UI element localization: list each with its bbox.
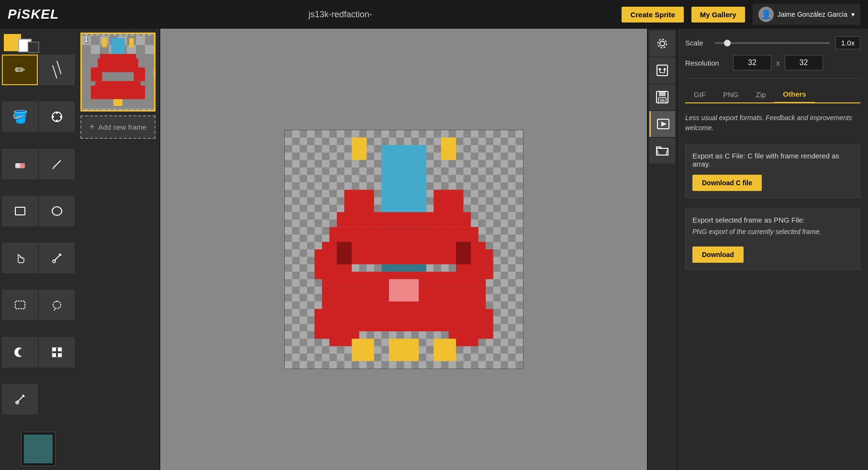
svg-rect-97 [660, 99, 665, 102]
my-gallery-button[interactable]: My Gallery [691, 7, 745, 22]
svg-rect-45 [136, 86, 145, 99]
create-sprite-button[interactable]: Create Sprite [622, 7, 683, 22]
divider-1 [685, 78, 860, 78]
rect-select-tool[interactable] [2, 290, 38, 320]
export-description: Less usual export formats. Feedback and … [685, 113, 860, 133]
folder-open-icon [655, 144, 669, 158]
svg-rect-80 [336, 242, 351, 264]
download-c-button[interactable]: Download C file [692, 175, 762, 191]
third-color-swatch[interactable] [28, 42, 39, 53]
color-bar [2, 31, 75, 55]
save-button[interactable] [649, 84, 675, 110]
pen-tool[interactable]: ✏ [2, 55, 38, 85]
tool-grid: ✏ ╱╱ 🪣 [2, 55, 75, 430]
left-toolbar: ✏ ╱╱ 🪣 [0, 29, 77, 470]
svg-line-100 [657, 150, 658, 155]
scale-slider[interactable] [715, 42, 830, 44]
export-tabs: GIF PNG Zip Others [685, 86, 860, 103]
eyedropper-icon [50, 251, 64, 265]
user-menu[interactable]: 👤 Jaime González García ▾ [753, 4, 860, 25]
dropper2-tool[interactable] [2, 384, 38, 414]
tab-gif[interactable]: GIF [685, 86, 714, 102]
svg-rect-6 [20, 163, 25, 168]
tab-zip[interactable]: Zip [747, 86, 775, 102]
svg-marker-9 [52, 168, 54, 169]
svg-rect-46 [102, 38, 106, 47]
wand-tool[interactable] [39, 101, 75, 132]
header: PiSKEL js13k-redfaction- Create Sprite M… [0, 0, 868, 29]
svg-rect-27 [24, 435, 53, 463]
svg-rect-18 [52, 347, 56, 351]
tab-others[interactable]: Others [774, 86, 814, 103]
moon-tool[interactable] [2, 337, 38, 368]
svg-rect-19 [58, 347, 62, 351]
add-frame-button[interactable]: + Add new frame [80, 115, 156, 139]
preview-button[interactable] [649, 111, 675, 137]
tab-png[interactable]: PNG [714, 86, 747, 102]
svg-rect-40 [98, 58, 138, 72]
plus-icon: + [89, 122, 95, 132]
export-icon [655, 63, 669, 78]
svg-line-8 [53, 160, 61, 168]
resolution-width-input[interactable] [733, 55, 771, 70]
svg-rect-33 [91, 45, 100, 54]
canvas-area[interactable] [160, 29, 647, 470]
svg-line-101 [666, 150, 667, 155]
download-png-button[interactable]: Download [692, 246, 744, 263]
checkerboard-tool[interactable] [39, 337, 75, 368]
export-c-section: Export as C File: C file with frame rend… [685, 145, 860, 198]
svg-rect-59 [381, 190, 426, 205]
svg-rect-75 [322, 316, 485, 331]
svg-rect-43 [95, 81, 140, 99]
svg-rect-74 [322, 302, 485, 316]
export-c-title: Export as C File: C file with frame rend… [692, 152, 853, 168]
user-name: Jaime González García [778, 11, 847, 18]
export-button[interactable] [649, 57, 675, 83]
dropper2-icon [13, 392, 27, 406]
svg-point-3 [52, 116, 54, 118]
frames-panel: 1 [77, 29, 160, 470]
bucket-tool[interactable]: 🪣 [2, 101, 38, 132]
export-png-desc: PNG export of the currently selected fra… [692, 227, 853, 237]
svg-rect-21 [58, 353, 62, 357]
resolution-label: Resolution [685, 59, 728, 67]
pencil-tool[interactable] [39, 149, 75, 179]
export-png-title: Export selected frame as PNG File: [692, 216, 853, 224]
circle-tool[interactable] [39, 196, 75, 226]
gear-icon [655, 36, 669, 51]
logo: PiSKEL [8, 7, 59, 22]
save-icon [655, 90, 669, 104]
frame-preview-svg [82, 34, 154, 110]
rect-tool[interactable] [2, 196, 38, 226]
rect-icon [13, 204, 27, 218]
hand-tool[interactable] [2, 243, 38, 273]
eraser-tool[interactable] [2, 149, 38, 179]
frame-1-thumb[interactable]: 1 [80, 33, 156, 112]
rect-select-icon [13, 298, 27, 312]
main-canvas[interactable] [284, 130, 523, 369]
lighten-tool[interactable]: ╱╱ [39, 55, 75, 85]
svg-rect-41 [91, 67, 102, 81]
add-frame-label: Add new frame [98, 123, 146, 131]
lasso-tool[interactable] [39, 290, 75, 320]
svg-rect-58 [381, 175, 426, 190]
resolution-height-input[interactable] [785, 55, 823, 70]
scale-thumb[interactable] [724, 40, 731, 46]
settings-button[interactable] [649, 31, 675, 56]
open-button[interactable] [649, 138, 675, 164]
eraser-icon [13, 157, 27, 171]
lighten-icon: ╱╱ [49, 62, 65, 78]
svg-marker-99 [661, 122, 667, 126]
svg-rect-16 [15, 301, 25, 309]
eyedropper-tool[interactable] [39, 243, 75, 273]
header-title: js13k-redfaction- [67, 10, 614, 20]
wand-icon [50, 110, 64, 123]
svg-rect-38 [113, 38, 122, 43]
svg-rect-32 [136, 36, 145, 45]
svg-point-2 [56, 120, 58, 122]
lasso-icon [50, 298, 64, 312]
svg-rect-83 [352, 339, 374, 361]
svg-rect-85 [434, 339, 456, 361]
right-toolbar [647, 29, 677, 470]
bottom-preview [21, 432, 56, 466]
